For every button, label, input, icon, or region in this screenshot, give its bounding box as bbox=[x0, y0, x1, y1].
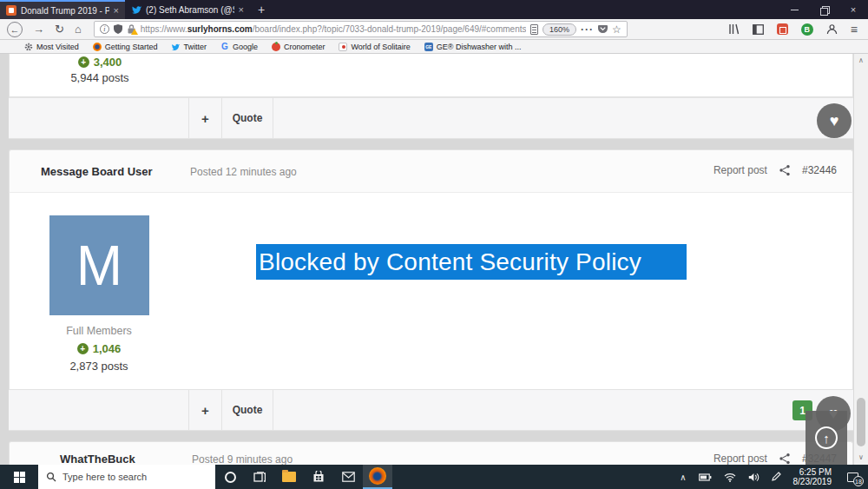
page-scrollbar[interactable]: ∧ ∨ bbox=[853, 54, 868, 465]
file-explorer-button[interactable] bbox=[274, 465, 304, 489]
bookmark-cronometer[interactable]: Cronometer bbox=[272, 43, 326, 51]
multiquote-button[interactable]: + bbox=[189, 98, 222, 138]
windows-taskbar: Type here to search ∧ 6:25 PM 8/23/2019 bbox=[0, 465, 868, 489]
google-icon: G bbox=[220, 43, 229, 51]
quote-button[interactable]: Quote bbox=[222, 98, 273, 138]
page-actions-icon[interactable]: ··· bbox=[581, 23, 594, 36]
lock-warning-icon[interactable] bbox=[127, 24, 136, 34]
post-timestamp[interactable]: Posted 12 minutes ago bbox=[190, 166, 297, 178]
share-icon[interactable] bbox=[779, 453, 791, 465]
post-count: 2,873 posts bbox=[9, 360, 189, 373]
battery-icon[interactable] bbox=[699, 473, 712, 481]
quote-button[interactable]: Quote bbox=[222, 390, 273, 430]
firefox-icon bbox=[369, 467, 386, 485]
task-view-button[interactable] bbox=[245, 465, 274, 489]
bookmark-star-icon[interactable]: ☆ bbox=[612, 23, 621, 36]
new-tab-button[interactable]: + bbox=[250, 0, 273, 19]
pen-icon[interactable] bbox=[772, 472, 781, 482]
mail-icon bbox=[342, 472, 355, 482]
tracking-shield-icon[interactable] bbox=[114, 24, 122, 34]
volume-icon[interactable] bbox=[748, 472, 760, 482]
post-timestamp[interactable]: Posted 9 minutes ago bbox=[192, 453, 293, 465]
reload-button[interactable]: ↻ bbox=[55, 23, 64, 36]
up-arrow-icon: ↑ bbox=[815, 426, 838, 449]
report-post-link[interactable]: Report post bbox=[713, 164, 767, 176]
bookmark-google[interactable]: G Google bbox=[220, 43, 258, 51]
taskbar-search-input[interactable]: Type here to search bbox=[38, 465, 215, 489]
reputation-count: + 1,046 bbox=[9, 342, 189, 355]
address-bar[interactable]: i https://www.surlyhorns.com/board/index… bbox=[94, 21, 628, 37]
scroll-to-top-button[interactable]: ↑ bbox=[806, 411, 847, 465]
bookmark-ge-dishwasher[interactable]: GE GE® Dishwasher with ... bbox=[424, 43, 522, 51]
quote-bar: + Quote bbox=[9, 97, 853, 139]
search-placeholder: Type here to search bbox=[62, 472, 147, 482]
cronometer-icon bbox=[272, 43, 280, 51]
menu-icon[interactable]: ≡ bbox=[851, 23, 858, 36]
post-header: Message Board User Posted 12 minutes ago… bbox=[9, 149, 853, 193]
scrollbar-up-icon[interactable]: ∧ bbox=[858, 54, 864, 66]
account-icon[interactable] bbox=[826, 23, 838, 35]
plus-circle-icon: + bbox=[77, 343, 89, 354]
extension-red-icon[interactable] bbox=[777, 23, 788, 35]
tab-donald-trump-2019[interactable]: Donald Trump 2019 - Page 649 × bbox=[0, 0, 125, 19]
system-tray: ∧ 6:25 PM 8/23/2019 18 bbox=[680, 465, 868, 489]
gear-icon bbox=[24, 43, 33, 51]
post-count: 5,944 posts bbox=[10, 71, 190, 84]
share-icon[interactable] bbox=[779, 164, 791, 176]
blocked-content-placeholder: Blocked by Content Security Policy bbox=[256, 244, 687, 280]
post-author[interactable]: Message Board User bbox=[41, 165, 153, 178]
firefox-taskbar-button[interactable] bbox=[363, 465, 392, 489]
minimize-button[interactable] bbox=[779, 0, 809, 19]
start-button[interactable] bbox=[0, 465, 38, 489]
surlyhorns-favicon-icon bbox=[6, 5, 16, 16]
bookmark-most-visited[interactable]: Most Visited bbox=[24, 43, 79, 51]
twitter-icon bbox=[171, 43, 180, 51]
pocket-icon[interactable] bbox=[598, 24, 608, 34]
page-info-icon[interactable]: i bbox=[100, 24, 109, 34]
microsoft-store-button[interactable] bbox=[304, 465, 333, 489]
multiquote-button[interactable]: + bbox=[189, 390, 222, 430]
mail-button[interactable] bbox=[333, 465, 363, 489]
task-view-icon bbox=[253, 472, 266, 483]
browser-tab-bar: Donald Trump 2019 - Page 649 × (2) Seth … bbox=[0, 0, 868, 19]
wifi-icon[interactable] bbox=[724, 472, 736, 482]
forward-button[interactable]: → bbox=[33, 23, 44, 36]
home-button[interactable]: ⌂ bbox=[75, 23, 82, 36]
sidebar-toggle-icon[interactable] bbox=[753, 24, 764, 35]
notification-count-badge: 18 bbox=[853, 476, 864, 486]
report-post-link[interactable]: Report post bbox=[713, 453, 767, 465]
quote-bar: + Quote bbox=[9, 389, 853, 431]
windows-logo-icon bbox=[14, 472, 25, 483]
scrollbar-down-icon[interactable]: ∨ bbox=[858, 451, 864, 463]
reader-mode-icon[interactable] bbox=[530, 24, 538, 35]
firefox-icon bbox=[93, 43, 102, 51]
tab-title: (2) Seth Abramson (@SethAbra bbox=[146, 5, 234, 15]
cortana-button[interactable] bbox=[215, 465, 245, 489]
tab-close-icon[interactable]: × bbox=[239, 4, 244, 15]
back-button[interactable]: ← bbox=[7, 22, 23, 37]
zoom-level-indicator[interactable]: 160% bbox=[542, 23, 576, 36]
tab-seth-abramson[interactable]: (2) Seth Abramson (@SethAbra × bbox=[125, 0, 250, 19]
bookmark-twitter[interactable]: Twitter bbox=[171, 43, 207, 51]
tray-expand-icon[interactable]: ∧ bbox=[680, 472, 686, 482]
minimize-icon bbox=[791, 10, 799, 10]
scrollbar-thumb[interactable] bbox=[857, 398, 865, 446]
clock-date: 8/23/2019 bbox=[793, 477, 832, 487]
extension-green-icon[interactable]: B bbox=[801, 23, 813, 36]
post-number-link[interactable]: #32446 bbox=[802, 164, 837, 176]
close-button[interactable]: × bbox=[838, 0, 868, 19]
taskbar-clock[interactable]: 6:25 PM 8/23/2019 bbox=[793, 467, 832, 487]
like-button[interactable]: ♥ bbox=[817, 103, 852, 138]
twitter-favicon-icon bbox=[131, 4, 141, 15]
previous-post-card: + 3,400 5,944 posts bbox=[9, 54, 853, 97]
restore-button[interactable] bbox=[809, 0, 838, 19]
bookmark-getting-started[interactable]: Getting Started bbox=[93, 43, 158, 51]
user-avatar[interactable]: M bbox=[49, 215, 149, 315]
bookmark-world-of-solitaire[interactable]: World of Solitaire bbox=[339, 43, 410, 51]
action-center-button[interactable]: 18 bbox=[844, 469, 861, 485]
library-icon[interactable] bbox=[728, 23, 740, 35]
clock-time: 6:25 PM bbox=[793, 467, 832, 478]
post-author[interactable]: WhatTheBuck bbox=[60, 453, 135, 465]
tab-close-icon[interactable]: × bbox=[114, 5, 119, 16]
heart-icon: ♥ bbox=[830, 113, 839, 129]
